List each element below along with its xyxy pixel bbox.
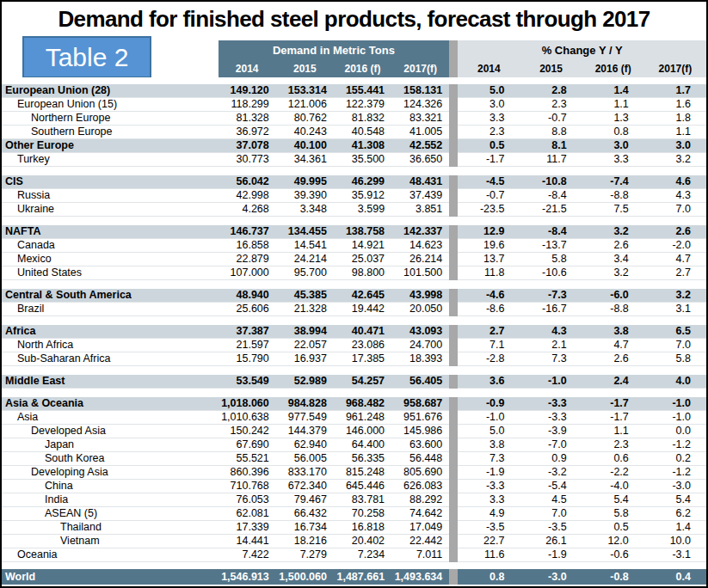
vertical-divider <box>449 366 458 376</box>
change-value: -1.9 <box>458 466 520 480</box>
demand-value: 22.442 <box>391 535 449 548</box>
demand-value: 4.268 <box>219 203 276 217</box>
spacer-row <box>2 316 706 326</box>
vertical-divider <box>449 40 458 59</box>
change-value: 2.8 <box>520 84 582 98</box>
demand-value: 81.832 <box>334 112 391 126</box>
demand-value: 14.623 <box>391 239 449 253</box>
demand-value: 88.292 <box>391 493 449 507</box>
table-row: India76.05379.46783.78188.2923.34.55.45.… <box>2 493 706 507</box>
change-value: 2.4 <box>582 375 644 389</box>
demand-value: 155.441 <box>334 84 391 98</box>
change-value: -13.7 <box>520 239 582 253</box>
vertical-divider <box>449 280 458 290</box>
table-row: Brazil25.60621.32819.44220.050-8.6-16.7-… <box>2 303 706 316</box>
change-value: 7.5 <box>582 203 644 217</box>
demand-value: 1,018.060 <box>219 397 276 411</box>
region-label: Mexico <box>2 253 219 266</box>
demand-value: 645.446 <box>334 480 391 493</box>
change-value: 7.0 <box>520 507 582 521</box>
demand-value: 626.083 <box>391 480 449 493</box>
change-value: -21.5 <box>520 203 582 217</box>
vertical-divider <box>449 203 458 217</box>
change-value: 0.6 <box>582 452 644 466</box>
demand-year-2015: 2015 <box>276 59 334 77</box>
change-value: 1.4 <box>582 84 644 98</box>
vertical-divider <box>449 217 458 226</box>
change-value: 6.2 <box>644 507 706 521</box>
change-value: 3.0 <box>458 98 520 112</box>
demand-value: 66.432 <box>276 507 334 521</box>
demand-value: 37.387 <box>219 325 276 339</box>
change-value: 3.2 <box>644 289 706 303</box>
vertical-divider <box>449 316 458 326</box>
change-value: -3.5 <box>458 521 520 535</box>
demand-value: 54.257 <box>334 375 391 389</box>
region-label: ASEAN (5) <box>2 507 219 521</box>
table-row: South Korea55.52156.00556.33556.4487.30.… <box>2 452 706 466</box>
demand-value: 22.057 <box>276 339 334 352</box>
vertical-divider <box>449 397 458 411</box>
change-value: 2.6 <box>582 239 644 253</box>
change-value: 1.4 <box>644 521 706 535</box>
demand-value: 56.335 <box>334 452 391 466</box>
demand-value: 36.650 <box>391 153 449 167</box>
change-value: -1.7 <box>582 397 644 411</box>
table-row: China710.768672.340645.446626.083-3.3-5.… <box>2 480 706 493</box>
change-value: -2.8 <box>458 352 520 366</box>
table-row: Other Europe37.07840.10041.30842.5520.58… <box>2 139 706 153</box>
demand-value: 62.940 <box>276 438 334 452</box>
region-label: European Union (15) <box>2 98 219 112</box>
vertical-divider <box>449 175 458 189</box>
report-page: Demand for finished steel products, fore… <box>0 0 708 588</box>
vertical-divider <box>449 339 458 352</box>
change-value: 3.2 <box>644 153 706 167</box>
change-value: -8.6 <box>458 303 520 316</box>
demand-year-2014: 2014 <box>219 59 276 77</box>
demand-value: 146.737 <box>219 225 276 239</box>
demand-value: 80.762 <box>276 112 334 126</box>
change-value: 3.3 <box>458 112 520 126</box>
demand-value: 40.471 <box>334 325 391 339</box>
change-value: -4.0 <box>582 480 644 493</box>
demand-value: 37.078 <box>219 139 276 153</box>
region-label: Japan <box>2 438 219 452</box>
table-row: Africa37.38738.99440.47143.0932.74.33.86… <box>2 325 706 339</box>
change-value: 3.0 <box>582 139 644 153</box>
change-value: 11.7 <box>520 153 582 167</box>
demand-value: 138.758 <box>334 225 391 239</box>
demand-value: 76.053 <box>219 493 276 507</box>
vertical-divider <box>449 352 458 366</box>
spacer-row <box>2 389 706 398</box>
demand-value: 17.385 <box>334 352 391 366</box>
spacer-row <box>2 280 706 290</box>
vertical-divider <box>449 480 458 493</box>
vertical-divider <box>449 77 458 84</box>
vertical-divider <box>449 59 458 77</box>
demand-value: 7.011 <box>391 548 449 562</box>
change-value: 2.3 <box>520 98 582 112</box>
change-value: 2.6 <box>644 225 706 239</box>
year-header-row: 2014 2015 2016 (f) 2017(f) 2014 2015 201… <box>2 59 706 77</box>
table-row: Northern Europe81.32880.76281.83283.3213… <box>2 112 706 126</box>
vertical-divider <box>449 569 458 585</box>
vertical-divider <box>449 98 458 112</box>
page-title: Demand for finished steel products, fore… <box>2 6 706 33</box>
demand-value: 49.995 <box>276 175 334 189</box>
region-label: United States <box>2 266 219 280</box>
vertical-divider <box>449 189 458 203</box>
change-value: 22.7 <box>458 535 520 548</box>
demand-value: 977.549 <box>276 411 334 425</box>
change-value: 0.2 <box>644 452 706 466</box>
change-value: -3.9 <box>520 425 582 438</box>
change-value: 3.2 <box>582 225 644 239</box>
region-label: NAFTA <box>2 225 219 239</box>
region-label: Oceania <box>2 548 219 562</box>
demand-value: 43.093 <box>391 325 449 339</box>
vertical-divider <box>449 521 458 535</box>
change-value: -1.0 <box>644 397 706 411</box>
change-value: -8.8 <box>582 189 644 203</box>
change-value: 1.6 <box>644 98 706 112</box>
change-value: -7.3 <box>520 289 582 303</box>
demand-value: 70.258 <box>334 507 391 521</box>
